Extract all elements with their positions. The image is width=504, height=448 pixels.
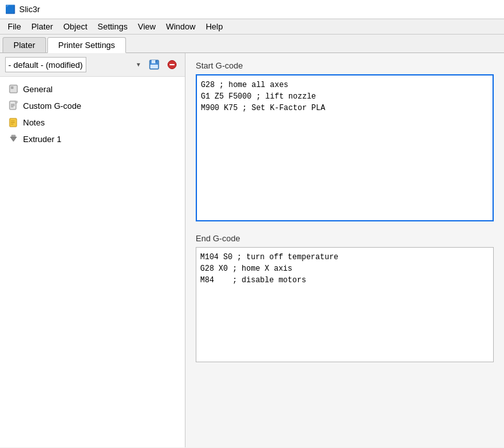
tab-plater[interactable]: Plater [3, 37, 46, 52]
title-bar: 🟦 Slic3r [0, 0, 504, 19]
save-profile-button[interactable] [146, 57, 162, 72]
delete-icon [168, 60, 177, 69]
nav-tree: General Custom G-code [0, 77, 185, 151]
start-gcode-section: Start G-code [196, 61, 494, 223]
nav-custom-gcode[interactable]: Custom G-code [0, 97, 185, 114]
app-icon: 🟦 [5, 4, 15, 15]
profile-row: - default - (modified) [0, 53, 185, 77]
menu-help[interactable]: Help [201, 20, 228, 33]
nav-notes-label: Notes [23, 118, 45, 127]
svg-rect-3 [155, 61, 157, 63]
svg-rect-18 [12, 135, 15, 137]
menu-settings[interactable]: Settings [93, 20, 133, 33]
nav-general[interactable]: General [0, 81, 185, 97]
tab-printer-settings[interactable]: Printer Settings [47, 37, 126, 53]
menu-file[interactable]: File [3, 20, 26, 33]
menu-plater[interactable]: Plater [26, 20, 58, 33]
app-title: Slic3r [19, 4, 40, 14]
section-gap [196, 223, 494, 234]
right-panel: Start G-code End G-code [185, 53, 504, 447]
extruder-icon [8, 133, 19, 145]
profile-select-wrapper: - default - (modified) [5, 57, 144, 72]
nav-notes[interactable]: Notes [0, 114, 185, 131]
end-gcode-label: End G-code [196, 234, 494, 243]
start-gcode-label: Start G-code [196, 61, 494, 70]
svg-rect-9 [15, 101, 17, 103]
custom-gcode-icon [8, 100, 19, 111]
svg-rect-2 [150, 65, 158, 68]
sidebar: - default - (modified) [0, 53, 185, 447]
end-gcode-textarea[interactable] [196, 247, 494, 362]
profile-select[interactable]: - default - (modified) [5, 57, 86, 72]
start-gcode-textarea[interactable] [196, 74, 494, 221]
nav-custom-gcode-label: Custom G-code [23, 101, 81, 111]
menu-object[interactable]: Object [58, 20, 93, 33]
general-icon [8, 83, 19, 95]
svg-rect-7 [11, 86, 13, 89]
svg-marker-17 [10, 137, 17, 141]
main-content: - default - (modified) [0, 53, 504, 447]
menu-view[interactable]: View [132, 20, 161, 33]
save-icon [149, 60, 159, 70]
nav-extruder1[interactable]: Extruder 1 [0, 131, 185, 147]
svg-rect-1 [152, 60, 155, 63]
end-gcode-section: End G-code [196, 234, 494, 364]
delete-profile-button[interactable] [164, 57, 180, 72]
menu-window[interactable]: Window [161, 20, 200, 33]
notes-icon [8, 116, 19, 128]
nav-extruder1-label: Extruder 1 [23, 134, 61, 144]
menu-bar: File Plater Object Settings View Window … [0, 19, 504, 35]
tab-bar: Plater Printer Settings [0, 35, 504, 53]
nav-general-label: General [23, 84, 52, 94]
